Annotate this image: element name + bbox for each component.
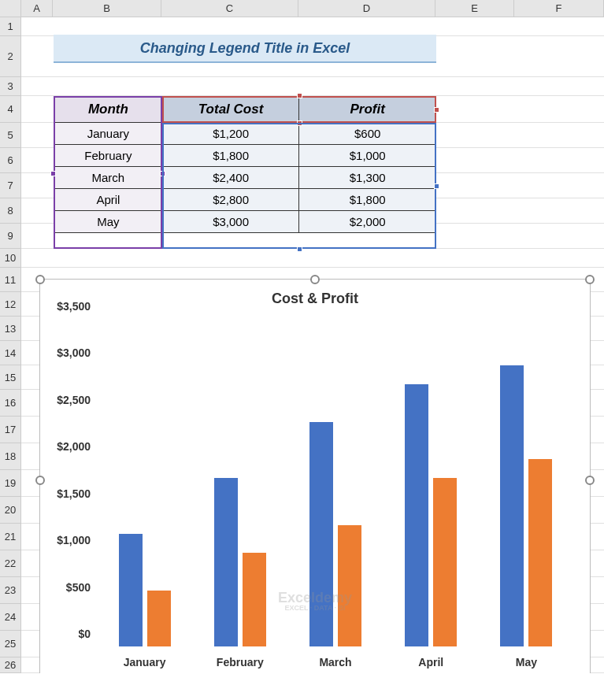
row-header[interactable]: 6	[0, 148, 21, 173]
plot-area[interactable]	[97, 319, 574, 646]
cell[interactable]: $600	[299, 123, 436, 145]
row-header[interactable]: 24	[0, 604, 21, 631]
data-table[interactable]: Month Total Cost Profit January$1,200$60…	[54, 96, 436, 233]
chart-resize-handle[interactable]	[35, 476, 45, 485]
x-tick-label: April	[384, 650, 479, 673]
bar[interactable]	[243, 553, 266, 646]
row-header[interactable]: 15	[0, 365, 21, 390]
row-header[interactable]: 25	[0, 631, 21, 657]
cell[interactable]: $2,000	[299, 211, 436, 233]
row-header[interactable]: 16	[0, 390, 21, 417]
bar[interactable]	[405, 384, 428, 646]
row-header[interactable]: 23	[0, 577, 21, 604]
header-month[interactable]: Month	[54, 97, 163, 123]
y-tick-label: $2,500	[57, 394, 91, 406]
row-header[interactable]: 13	[0, 317, 21, 341]
row-header[interactable]: 10	[0, 249, 21, 268]
column-header[interactable]: E	[435, 0, 514, 17]
column-header[interactable]: F	[514, 0, 604, 17]
chart-resize-handle[interactable]	[585, 275, 595, 284]
column-headers-row: ABCDEF	[0, 0, 604, 17]
row-header[interactable]: 7	[0, 173, 21, 198]
cell[interactable]: March	[54, 167, 163, 189]
chart-resize-handle[interactable]	[585, 476, 595, 485]
y-tick-label: $2,000	[57, 440, 91, 453]
y-tick-label: $1,500	[57, 487, 91, 500]
row-header[interactable]: 8	[0, 198, 21, 224]
bar[interactable]	[214, 478, 238, 646]
row-header[interactable]: 18	[0, 443, 21, 470]
row-header[interactable]: 26	[0, 657, 21, 673]
bar-group	[479, 319, 574, 646]
cell[interactable]: $1,200	[162, 123, 299, 145]
bar[interactable]	[500, 365, 524, 646]
bar[interactable]	[309, 422, 333, 646]
column-header[interactable]: B	[53, 0, 161, 17]
x-tick-label: February	[192, 650, 287, 673]
bar-group	[192, 319, 287, 646]
chart-object[interactable]: Cost & Profit $0$500$1,000$1,500$2,000$2…	[39, 279, 591, 673]
row-header[interactable]: 3	[0, 77, 21, 96]
bar[interactable]	[433, 478, 457, 646]
cell[interactable]: $1,300	[299, 167, 436, 189]
row-header[interactable]: 22	[0, 550, 21, 577]
row-header[interactable]: 9	[0, 224, 21, 249]
header-cost[interactable]: Total Cost	[162, 97, 299, 123]
bar-group	[97, 319, 192, 646]
row-header[interactable]: 11	[0, 268, 21, 292]
bar[interactable]	[119, 534, 143, 646]
row-header[interactable]: 1	[0, 17, 21, 36]
x-tick-label: March	[287, 650, 383, 673]
chart-resize-handle[interactable]	[310, 275, 320, 284]
cell[interactable]: $1,800	[162, 145, 299, 167]
cell[interactable]: $2,800	[162, 189, 299, 211]
cell[interactable]: January	[54, 123, 163, 145]
cell[interactable]: $2,400	[162, 167, 299, 189]
row-header[interactable]: 19	[0, 470, 21, 497]
bar-group	[384, 319, 479, 646]
x-axis: JanuaryFebruaryMarchAprilMay	[97, 650, 574, 673]
bar-group	[287, 319, 383, 646]
cell[interactable]: April	[54, 189, 163, 211]
row-header[interactable]: 21	[0, 524, 21, 550]
chart-title[interactable]: Cost & Profit	[40, 291, 590, 307]
y-axis: $0$500$1,000$1,500$2,000$2,500$3,000$3,5…	[40, 319, 95, 646]
row-header[interactable]: 20	[0, 497, 21, 524]
bar[interactable]	[147, 591, 171, 646]
cell[interactable]: $1,000	[299, 145, 436, 167]
cell[interactable]: February	[54, 145, 163, 167]
y-tick-label: $3,000	[57, 346, 91, 359]
bar[interactable]	[528, 459, 552, 646]
y-tick-label: $1,000	[57, 534, 91, 546]
row-header[interactable]: 4	[0, 96, 21, 123]
y-tick-label: $3,500	[57, 300, 91, 313]
bar[interactable]	[338, 525, 361, 647]
select-all-corner[interactable]	[0, 0, 21, 17]
cell[interactable]: $3,000	[162, 211, 299, 233]
y-tick-label: $500	[66, 581, 91, 594]
cell[interactable]: $1,800	[299, 189, 436, 211]
y-tick-label: $0	[78, 628, 91, 640]
column-header[interactable]: A	[21, 0, 53, 17]
column-header[interactable]: D	[298, 0, 435, 17]
column-header[interactable]: C	[161, 0, 298, 17]
row-header[interactable]: 17	[0, 417, 21, 443]
chart-resize-handle[interactable]	[35, 275, 45, 284]
row-header[interactable]: 12	[0, 292, 21, 317]
header-profit[interactable]: Profit	[299, 97, 436, 123]
x-tick-label: May	[479, 650, 574, 673]
row-header[interactable]: 2	[0, 36, 21, 77]
spreadsheet: ABCDEF 123456789101112131415161718192021…	[0, 0, 604, 673]
cell[interactable]: May	[54, 211, 163, 233]
sheet-title: Changing Legend Title in Excel	[54, 35, 436, 63]
x-tick-label: January	[97, 650, 192, 673]
row-header[interactable]: 5	[0, 123, 21, 148]
row-header[interactable]: 14	[0, 341, 21, 365]
